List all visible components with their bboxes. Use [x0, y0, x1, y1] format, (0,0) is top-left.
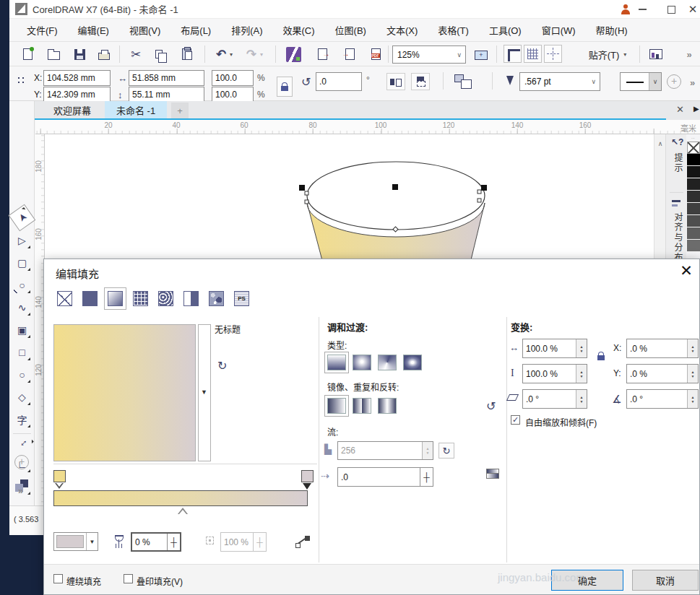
stop-marker-end-selected[interactable] [303, 483, 311, 490]
palette-black[interactable] [687, 154, 700, 166]
node-handle[interactable] [478, 190, 481, 194]
selection-handle[interactable] [299, 185, 305, 191]
zoom-tool-icon[interactable]: ○ [12, 275, 32, 295]
toolbox-overflow-button[interactable]: » [18, 485, 23, 496]
dialog-close-button[interactable]: ✕ [677, 262, 696, 279]
slider-toggle-icon[interactable]: ┼ [420, 468, 433, 486]
linear-fountain-icon[interactable] [327, 355, 346, 370]
no-fill-icon[interactable] [57, 291, 72, 306]
fountain-fill-icon[interactable] [108, 291, 123, 306]
fill-preview[interactable] [53, 324, 196, 461]
close-button[interactable]: ✕ [686, 0, 700, 19]
lock-ratio-button[interactable] [277, 77, 293, 97]
default-fountain-fill-icon[interactable] [327, 398, 346, 414]
docker-tab-hints[interactable]: 提示 [672, 153, 684, 173]
export-button[interactable] [340, 45, 359, 64]
menu-window[interactable]: 窗口(W) [532, 23, 586, 37]
propbar-overflow-button[interactable]: » [690, 77, 695, 88]
spinner[interactable]: ▲▼ [576, 390, 587, 408]
print-button[interactable] [95, 45, 113, 64]
two-color-pattern-fill-icon[interactable] [183, 291, 199, 306]
gradient-stop-start[interactable] [53, 470, 66, 482]
fill-y-offset-field[interactable]: .0 % ▲▼ [626, 364, 699, 383]
stop-marker-start[interactable] [55, 483, 64, 489]
horizontal-ruler[interactable]: 毫米 20406080100120140160 [35, 120, 700, 134]
palette-gray-60[interactable] [687, 203, 700, 215]
rotation-angle-field[interactable]: .0 [316, 72, 362, 91]
bitmap-pattern-fill-icon[interactable] [158, 291, 173, 306]
scale-with-object-icon[interactable] [454, 74, 472, 89]
fill-height-field[interactable]: 100.0 % ▲▼ [522, 364, 587, 383]
palette-gray-90[interactable] [687, 166, 700, 178]
publish-pdf-button[interactable] [366, 45, 385, 64]
copy-button[interactable] [151, 45, 170, 64]
import-button[interactable] [313, 45, 332, 64]
corel-connect-button[interactable] [284, 45, 303, 64]
ellipse-tool-icon[interactable]: ○ [12, 365, 32, 384]
redo-dropdown[interactable]: ▾ [256, 45, 267, 64]
menu-file[interactable]: 文件(F) [17, 23, 68, 37]
palette-gray-70[interactable] [687, 191, 700, 203]
palette-gray-30[interactable] [687, 240, 700, 252]
save-button[interactable] [70, 45, 89, 64]
palette-no-color[interactable] [687, 142, 700, 154]
stop-transparency-field[interactable]: 0 % ┼ [131, 532, 181, 552]
smart-fill-tool-icon[interactable]: ▣ [12, 320, 32, 339]
fill-x-offset-field[interactable]: .0 % ▲▼ [626, 339, 699, 358]
conical-fountain-icon[interactable] [378, 355, 397, 370]
show-grid-toggle[interactable] [524, 45, 542, 63]
repeat-icon[interactable] [378, 398, 397, 414]
acceleration-field[interactable]: .0 ┼ [337, 467, 433, 487]
texture-fill-icon[interactable] [209, 291, 224, 306]
object-width-field[interactable]: 51.858 mm [129, 70, 204, 86]
menu-arrange[interactable]: 排列(A) [221, 23, 272, 37]
free-scale-checkbox[interactable]: ✓ [511, 415, 520, 425]
zoom-level-combo[interactable]: 125% ∨ [392, 45, 466, 64]
rotate-field[interactable]: .0 ° ▲▼ [626, 389, 699, 409]
menu-bitmaps[interactable]: 位图(B) [325, 23, 376, 37]
spinner[interactable]: ▲▼ [687, 365, 698, 383]
fill-picker-dropdown[interactable]: ▼ [198, 324, 211, 461]
selection-handle[interactable] [392, 184, 398, 190]
menu-help[interactable]: 帮助(H) [586, 23, 638, 37]
new-tab-button[interactable]: + [171, 103, 189, 118]
palette-handle[interactable]: ∙∙∙ [691, 136, 695, 140]
postscript-fill-icon[interactable]: PS [234, 291, 249, 306]
spinner[interactable]: ▲▼ [687, 390, 698, 408]
menu-effects[interactable]: 效果(C) [273, 23, 325, 37]
x-position-field[interactable]: 104.528 mm [43, 70, 111, 86]
cut-button[interactable]: ✂ [126, 45, 145, 64]
dimension-tool-icon[interactable]: ↔ [8, 427, 35, 455]
mirror-vertical-button[interactable] [411, 73, 430, 90]
cancel-button[interactable]: 取消 [632, 570, 699, 591]
fill-width-field[interactable]: 100.0 % ▲▼ [522, 339, 587, 358]
menu-edit[interactable]: 编辑(E) [68, 23, 119, 37]
rectangular-fountain-icon[interactable] [403, 355, 422, 370]
smooth-icon[interactable] [486, 469, 498, 479]
mirror-horizontal-button[interactable] [386, 73, 405, 90]
freehand-tool-icon[interactable]: ∿ [12, 298, 32, 317]
palette-gray-50[interactable] [687, 215, 700, 227]
pick-tool-icon[interactable]: ➤ [9, 204, 36, 232]
node-handle[interactable] [305, 200, 308, 204]
ok-button[interactable]: 确定 [551, 570, 623, 591]
menu-layout[interactable]: 布局(L) [170, 23, 221, 37]
new-document-button[interactable] [18, 45, 37, 64]
gradient-stop-bar[interactable] [53, 490, 308, 506]
selection-handle[interactable] [481, 185, 487, 191]
scroll-up-icon[interactable]: ∧ [654, 140, 666, 147]
cup-rim-ellipse[interactable] [307, 162, 485, 230]
spinner[interactable]: ▲▼ [687, 339, 698, 357]
scale-x-field[interactable]: 100.0 [212, 70, 254, 86]
palette-gray-80[interactable] [687, 178, 700, 191]
object-height-field[interactable]: 55.11 mm [129, 87, 204, 103]
paste-button[interactable] [177, 45, 196, 64]
menu-view[interactable]: 视图(V) [119, 23, 170, 37]
slider-toggle-icon[interactable]: ┼ [167, 534, 180, 550]
palette-gray-40[interactable] [687, 227, 700, 240]
y-position-field[interactable]: 142.309 mm [43, 87, 111, 103]
node-handle[interactable] [478, 199, 481, 202]
docker-tab-align-distribute[interactable]: 对齐与分布 [672, 212, 684, 263]
menu-text[interactable]: 文本(X) [376, 23, 428, 37]
uniform-fill-icon[interactable] [82, 291, 98, 306]
